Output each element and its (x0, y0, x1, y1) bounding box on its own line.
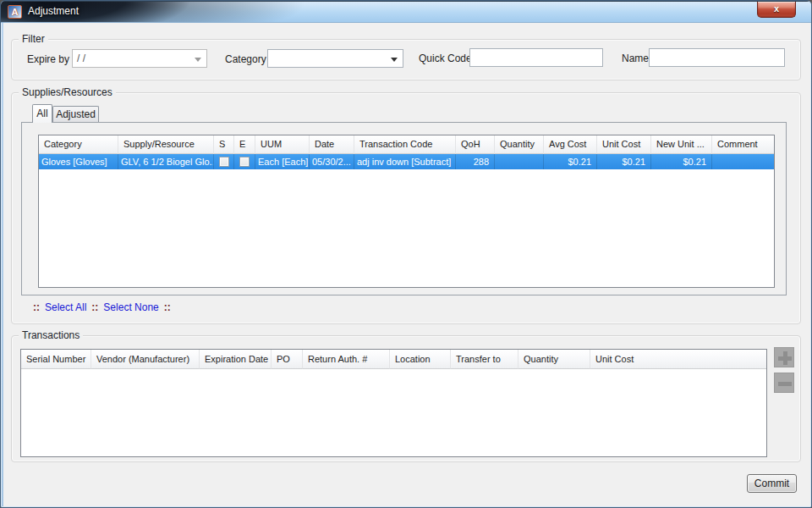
col-unit-cost[interactable]: Unit Cost (597, 135, 651, 154)
select-all-link[interactable]: Select All (45, 301, 86, 313)
cell-quantity (495, 154, 544, 169)
col-quantity[interactable]: Quantity (495, 135, 544, 154)
select-none-link[interactable]: Select None (103, 301, 158, 313)
separator: :: (164, 301, 171, 313)
supplies-table-row[interactable]: Gloves [Gloves] GLV, 6 1/2 Biogel Glo...… (39, 154, 774, 169)
cell-s (214, 154, 234, 169)
close-icon: x (774, 3, 779, 14)
tab-adjusted[interactable]: Adjusted (52, 106, 99, 123)
cell-e (234, 154, 255, 169)
col-expiration-date[interactable]: Expiration Date (200, 350, 272, 369)
col-category[interactable]: Category (39, 135, 118, 154)
col-return-auth[interactable]: Return Auth. # (303, 350, 390, 369)
app-icon: A (8, 5, 22, 19)
cell-comment (712, 154, 774, 169)
supplies-legend: Supplies/Resources (19, 86, 116, 98)
transactions-group: Transactions Serial Number Vendor (Manuf… (11, 335, 801, 462)
col-comment[interactable]: Comment (712, 135, 774, 154)
cell-transaction-code: adj inv down [Subtract] (354, 154, 456, 169)
cell-uum: Each [Each] (255, 154, 310, 169)
transactions-grid: Serial Number Vendor (Manufacturer) Expi… (20, 349, 767, 457)
client-area: Filter Expire by / / Category Quick Code… (3, 23, 810, 506)
s-checkbox[interactable] (219, 157, 229, 167)
expire-by-value: / / (77, 52, 85, 64)
e-checkbox[interactable] (239, 157, 250, 167)
separator: :: (91, 301, 98, 313)
col-uum[interactable]: UUM (255, 135, 310, 154)
tab-adjusted-label: Adjusted (56, 108, 96, 120)
col-quantity[interactable]: Quantity (518, 350, 590, 369)
name-input[interactable] (649, 48, 785, 67)
separator: :: (33, 301, 40, 313)
supplies-grid-header: Category Supply/Resource S E UUM Date Tr… (39, 135, 774, 154)
col-transfer-to[interactable]: Transfer to (451, 350, 518, 369)
plus-icon (783, 351, 787, 365)
col-transaction-code[interactable]: Transaction Code (354, 135, 456, 154)
titlebar[interactable]: A Adjustment x (1, 1, 812, 23)
cell-avg-cost: $0.21 (544, 154, 597, 169)
supplies-grid: Category Supply/Resource S E UUM Date Tr… (38, 135, 775, 288)
cell-category: Gloves [Gloves] (39, 154, 118, 169)
col-unit-cost[interactable]: Unit Cost (590, 350, 766, 369)
selection-links: ::Select All::Select None:: (28, 301, 176, 313)
cell-supply-resource: GLV, 6 1/2 Biogel Glo... (118, 154, 214, 169)
cell-unit-cost: $0.21 (597, 154, 651, 169)
quick-code-label: Quick Code (419, 52, 472, 64)
col-location[interactable]: Location (390, 350, 451, 369)
chevron-down-icon (391, 58, 398, 62)
supplies-group: Supplies/Resources All Adjusted Category… (11, 92, 801, 324)
col-serial-number[interactable]: Serial Number (21, 350, 91, 369)
col-s[interactable]: S (214, 135, 234, 154)
remove-transaction-button[interactable] (774, 373, 794, 393)
filter-legend: Filter (19, 33, 48, 45)
col-new-unit-cost[interactable]: New Unit ... (651, 135, 712, 154)
transactions-grid-header: Serial Number Vendor (Manufacturer) Expi… (21, 350, 766, 369)
col-e[interactable]: E (234, 135, 255, 154)
expire-by-datepicker[interactable]: / / (72, 49, 207, 68)
quick-code-input[interactable] (469, 48, 603, 67)
chevron-down-icon (195, 58, 201, 62)
cell-qoh: 288 (456, 154, 495, 169)
col-po[interactable]: PO (272, 350, 303, 369)
tab-all-label: All (36, 108, 47, 119)
adjustment-window: A Adjustment x Filter Expire by / / Cate… (0, 0, 812, 508)
minus-icon (778, 382, 792, 386)
col-avg-cost[interactable]: Avg Cost (544, 135, 597, 154)
category-select[interactable] (267, 49, 403, 68)
name-label: Name (622, 52, 649, 64)
expire-by-label: Expire by (27, 53, 69, 65)
cell-date: 05/30/2... (310, 154, 354, 169)
col-date[interactable]: Date (310, 135, 354, 154)
col-qoh[interactable]: QoH (456, 135, 495, 154)
cell-new-unit-cost: $0.21 (651, 154, 712, 169)
col-supply-resource[interactable]: Supply/Resource (118, 135, 214, 154)
transactions-legend: Transactions (19, 329, 83, 341)
filter-group: Filter Expire by / / Category Quick Code… (11, 39, 801, 80)
commit-button[interactable]: Commit (747, 474, 797, 493)
close-button[interactable]: x (757, 2, 796, 18)
tab-all[interactable]: All (32, 104, 52, 123)
category-label: Category (225, 53, 266, 65)
col-vendor[interactable]: Vendor (Manufacturer) (91, 350, 200, 369)
window-title: Adjustment (28, 5, 79, 17)
add-transaction-button[interactable] (774, 347, 794, 367)
